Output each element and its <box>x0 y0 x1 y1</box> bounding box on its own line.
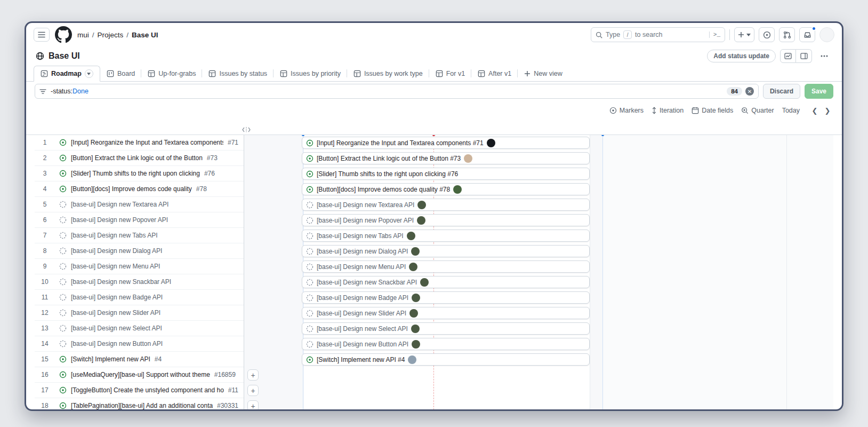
quarter-control[interactable]: Quarter <box>741 107 774 114</box>
bar-title: [Button] Extract the Link logic out of t… <box>317 155 461 162</box>
tab-for-v1[interactable]: For v1 <box>429 66 471 81</box>
gridline <box>590 135 590 411</box>
timeline-bar[interactable]: [base-ui] Design new Button API <box>302 338 590 350</box>
tab-board[interactable]: Board <box>100 66 141 81</box>
row-number: 12 <box>35 309 55 317</box>
clear-filter-icon[interactable]: ✕ <box>745 87 754 96</box>
date-fields-control[interactable]: Date fields <box>692 107 733 114</box>
timeline-bar[interactable]: [base-ui] Design new Textarea API <box>302 199 590 211</box>
breadcrumb-projects[interactable]: Projects <box>98 31 124 39</box>
tab-after-v1[interactable]: After v1 <box>471 66 518 81</box>
project-menu-button[interactable] <box>816 49 832 63</box>
add-date-button[interactable]: + <box>247 385 259 396</box>
task-row[interactable]: 14 [base-ui] Design new Button API <box>35 336 244 352</box>
hamburger-menu-button[interactable] <box>34 28 50 42</box>
add-date-button[interactable]: + <box>247 400 259 411</box>
timeline-bar[interactable]: [Button] Extract the Link logic out of t… <box>302 152 590 164</box>
assignee-avatar[interactable] <box>409 309 418 318</box>
pull-requests-button[interactable] <box>779 27 795 42</box>
breadcrumb-org[interactable]: mui <box>77 31 89 39</box>
task-row[interactable]: 12 [base-ui] Design new Slider API <box>35 305 244 321</box>
markers-control[interactable]: Markers <box>609 107 644 114</box>
side-panel-button[interactable] <box>796 49 812 63</box>
assignee-avatar[interactable] <box>417 216 425 225</box>
task-row[interactable]: 7 [base-ui] Design new Tabs API <box>35 228 244 243</box>
task-row[interactable]: 11 [base-ui] Design new Badge API <box>35 290 244 305</box>
insights-button[interactable] <box>780 49 796 63</box>
bar-title: [base-ui] Design new Select API <box>317 325 408 333</box>
timeline-bar[interactable]: [base-ui] Design new Dialog API <box>302 245 590 257</box>
command-palette-icon[interactable]: >_ <box>709 31 720 38</box>
task-row[interactable]: 10 [base-ui] Design new Snackbar API <box>35 274 244 290</box>
tab-menu-caret-icon[interactable] <box>85 69 93 78</box>
assignee-avatar[interactable] <box>407 232 415 240</box>
timeline-bar[interactable]: [Input] Reorganize the Input and Textare… <box>302 137 590 149</box>
assignee-avatar[interactable] <box>411 325 420 333</box>
task-row[interactable]: 17 [ToggleButton] Create the unstyled co… <box>35 383 244 398</box>
timeline-bar[interactable]: [base-ui] Design new Tabs API <box>302 230 590 242</box>
app-window: mui / Projects / Base UI Type / to searc… <box>25 21 843 411</box>
task-row[interactable]: 2 [Button] Extract the Link logic out of… <box>35 151 244 166</box>
assignee-avatar[interactable] <box>487 139 495 147</box>
github-logo-icon[interactable] <box>55 26 72 43</box>
tab-issues-by-priority[interactable]: Issues by priority <box>274 66 347 81</box>
divider <box>729 29 730 40</box>
add-date-button[interactable]: + <box>247 369 259 381</box>
task-title: [base-ui] Design new Textarea API <box>71 201 168 208</box>
iteration-control[interactable]: Iteration <box>652 107 684 114</box>
save-button[interactable]: Save <box>805 84 833 99</box>
timeline-bar[interactable]: [base-ui] Design new Badge API <box>302 291 590 304</box>
task-row[interactable]: 9 [base-ui] Design new Menu API <box>35 259 244 274</box>
task-title: [base-ui] Design new Slider API <box>71 309 160 317</box>
assignee-avatar[interactable] <box>464 154 472 163</box>
tab-new-view[interactable]: New view <box>518 66 569 81</box>
task-row[interactable]: 3 [Slider] Thumb shifts to the right upo… <box>35 166 244 181</box>
task-row[interactable]: 6 [base-ui] Design new Popover API <box>35 212 244 228</box>
timeline-bar[interactable]: [base-ui] Design new Slider API <box>302 307 590 319</box>
timeline-bar[interactable]: [base-ui] Design new Menu API <box>302 260 590 273</box>
inbox-button[interactable] <box>799 27 815 42</box>
discard-button[interactable]: Discard <box>763 84 800 99</box>
tab-issues-by-status[interactable]: Issues by status <box>202 66 274 81</box>
scroll-right-icon[interactable]: ❯ <box>822 105 833 116</box>
tab-issues-by-work-type[interactable]: Issues by work type <box>347 66 429 81</box>
gridline <box>786 135 787 411</box>
task-row[interactable]: 13 [base-ui] Design new Select API <box>35 321 244 336</box>
global-search-input[interactable]: Type / to search >_ <box>591 27 725 42</box>
task-row[interactable]: 18 [TablePagination][base-ui] Add an add… <box>35 398 244 411</box>
filter-input[interactable]: -status:Done 84 ✕ <box>35 84 759 99</box>
task-row[interactable]: 4 [Button][docs] Improve demos code qual… <box>35 181 244 197</box>
assignee-avatar[interactable] <box>412 340 420 349</box>
task-title: [base-ui] Design new Button API <box>71 340 163 347</box>
add-status-update-button[interactable]: Add status update <box>707 50 776 62</box>
timeline-bar[interactable]: [Switch] Implement new API #4 <box>302 353 590 366</box>
task-row[interactable]: 8 [base-ui] Design new Dialog API <box>35 243 244 259</box>
task-row[interactable]: 16 [useMediaQuery][base-ui] Support with… <box>35 367 244 383</box>
assignee-avatar[interactable] <box>417 201 426 209</box>
assignee-avatar[interactable] <box>408 355 416 364</box>
assignee-avatar[interactable] <box>409 263 417 271</box>
assignee-avatar[interactable] <box>412 294 420 302</box>
tab-roadmap[interactable]: Roadmap <box>34 66 100 82</box>
task-row[interactable]: 5 [base-ui] Design new Textarea API <box>35 197 244 212</box>
user-avatar[interactable] <box>819 27 834 42</box>
timeline-bar[interactable]: [Button][docs] Improve demos code qualit… <box>302 183 590 195</box>
assignee-avatar[interactable] <box>411 247 420 256</box>
timeline-bar[interactable]: [Slider] Thumb shifts to the right upon … <box>302 168 590 180</box>
task-row[interactable]: 15 [Switch] Implement new API #4 <box>35 352 244 367</box>
timeline-bar[interactable]: [base-ui] Design new Popover API <box>302 214 590 226</box>
issue-number: #73 <box>207 154 218 162</box>
timeline-bar[interactable]: [base-ui] Design new Snackbar API <box>302 276 590 288</box>
task-row[interactable]: 1 [Input] Reorganize the Input and Texta… <box>35 135 244 151</box>
scroll-left-icon[interactable]: ❮ <box>809 105 821 116</box>
timeline-bar[interactable]: [base-ui] Design new Select API <box>302 322 590 335</box>
create-new-button[interactable] <box>734 27 754 42</box>
task-title: [base-ui] Design new Snackbar API <box>71 278 171 286</box>
tab-up-for-grabs[interactable]: Up-for-grabs <box>141 66 202 81</box>
assignee-avatar[interactable] <box>420 278 429 287</box>
assignee-avatar[interactable] <box>453 185 462 194</box>
pane-resize-handle[interactable] <box>242 125 251 135</box>
issues-button[interactable] <box>759 27 775 42</box>
today-button[interactable]: Today <box>782 107 800 114</box>
task-title: [base-ui] Design new Dialog API <box>71 247 162 255</box>
